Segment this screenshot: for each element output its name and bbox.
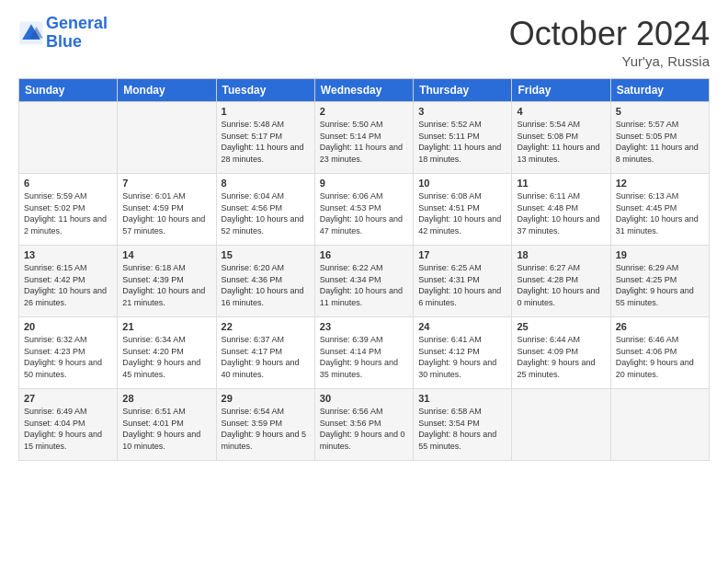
day-cell: 28Sunrise: 6:51 AM Sunset: 4:01 PM Dayli…: [118, 389, 216, 461]
day-cell: 22Sunrise: 6:37 AM Sunset: 4:17 PM Dayli…: [216, 317, 314, 389]
day-cell: 24Sunrise: 6:41 AM Sunset: 4:12 PM Dayli…: [414, 317, 512, 389]
day-info: Sunrise: 6:27 AM Sunset: 4:28 PM Dayligh…: [517, 262, 605, 308]
day-number: 30: [320, 393, 408, 404]
day-cell: 1Sunrise: 5:48 AM Sunset: 5:17 PM Daylig…: [216, 102, 314, 174]
week-row-1: 1Sunrise: 5:48 AM Sunset: 5:17 PM Daylig…: [19, 102, 710, 174]
day-info: Sunrise: 6:04 AM Sunset: 4:56 PM Dayligh…: [222, 190, 310, 236]
day-info: Sunrise: 6:56 AM Sunset: 3:56 PM Dayligh…: [320, 406, 408, 452]
col-thursday: Thursday: [414, 79, 512, 102]
day-cell: 20Sunrise: 6:32 AM Sunset: 4:23 PM Dayli…: [19, 317, 118, 389]
logo: General Blue: [18, 15, 108, 52]
day-cell: 14Sunrise: 6:18 AM Sunset: 4:39 PM Dayli…: [118, 246, 216, 317]
day-info: Sunrise: 6:06 AM Sunset: 4:53 PM Dayligh…: [320, 190, 408, 236]
day-info: Sunrise: 5:59 AM Sunset: 5:02 PM Dayligh…: [24, 190, 112, 236]
day-number: 21: [122, 321, 210, 332]
day-number: 5: [616, 106, 704, 117]
day-number: 20: [24, 321, 112, 332]
day-info: Sunrise: 5:48 AM Sunset: 5:17 PM Dayligh…: [222, 119, 310, 165]
day-number: 14: [122, 249, 210, 260]
day-info: Sunrise: 6:58 AM Sunset: 3:54 PM Dayligh…: [418, 406, 506, 452]
day-cell: 15Sunrise: 6:20 AM Sunset: 4:36 PM Dayli…: [216, 246, 314, 317]
day-number: 6: [24, 178, 112, 189]
day-number: 17: [418, 249, 506, 260]
day-number: 9: [320, 178, 408, 189]
day-cell: 17Sunrise: 6:25 AM Sunset: 4:31 PM Dayli…: [414, 246, 512, 317]
day-number: 22: [222, 321, 310, 332]
day-number: 7: [122, 178, 210, 189]
day-cell: 31Sunrise: 6:58 AM Sunset: 3:54 PM Dayli…: [414, 389, 512, 461]
day-info: Sunrise: 6:08 AM Sunset: 4:51 PM Dayligh…: [418, 190, 506, 236]
logo-text: General Blue: [46, 15, 108, 52]
col-saturday: Saturday: [610, 79, 709, 102]
col-friday: Friday: [512, 79, 610, 102]
day-cell: 8Sunrise: 6:04 AM Sunset: 4:56 PM Daylig…: [216, 174, 314, 246]
day-number: 2: [320, 106, 408, 117]
day-info: Sunrise: 6:46 AM Sunset: 4:06 PM Dayligh…: [616, 334, 704, 380]
day-info: Sunrise: 6:15 AM Sunset: 4:42 PM Dayligh…: [24, 262, 112, 308]
day-cell: 5Sunrise: 5:57 AM Sunset: 5:05 PM Daylig…: [610, 102, 709, 174]
day-info: Sunrise: 6:25 AM Sunset: 4:31 PM Dayligh…: [418, 262, 506, 308]
day-cell: 10Sunrise: 6:08 AM Sunset: 4:51 PM Dayli…: [414, 174, 512, 246]
day-info: Sunrise: 6:34 AM Sunset: 4:20 PM Dayligh…: [122, 334, 210, 380]
calendar-table: Sunday Monday Tuesday Wednesday Thursday…: [18, 78, 710, 461]
day-info: Sunrise: 6:22 AM Sunset: 4:34 PM Dayligh…: [320, 262, 408, 308]
day-number: 24: [418, 321, 506, 332]
day-cell: 29Sunrise: 6:54 AM Sunset: 3:59 PM Dayli…: [216, 389, 314, 461]
day-number: 1: [222, 106, 310, 117]
week-row-2: 6Sunrise: 5:59 AM Sunset: 5:02 PM Daylig…: [19, 174, 710, 246]
day-number: 4: [517, 106, 605, 117]
day-cell: 25Sunrise: 6:44 AM Sunset: 4:09 PM Dayli…: [512, 317, 610, 389]
day-cell: 30Sunrise: 6:56 AM Sunset: 3:56 PM Dayli…: [314, 389, 413, 461]
day-number: 23: [320, 321, 408, 332]
day-number: 29: [222, 393, 310, 404]
col-tuesday: Tuesday: [216, 79, 314, 102]
day-info: Sunrise: 5:54 AM Sunset: 5:08 PM Dayligh…: [517, 119, 605, 165]
day-number: 31: [418, 393, 506, 404]
day-cell: [118, 102, 216, 174]
day-info: Sunrise: 6:18 AM Sunset: 4:39 PM Dayligh…: [122, 262, 210, 308]
day-number: 12: [616, 178, 704, 189]
day-info: Sunrise: 6:13 AM Sunset: 4:45 PM Dayligh…: [616, 190, 704, 236]
day-number: 15: [222, 249, 310, 260]
day-cell: 26Sunrise: 6:46 AM Sunset: 4:06 PM Dayli…: [610, 317, 709, 389]
day-cell: 9Sunrise: 6:06 AM Sunset: 4:53 PM Daylig…: [314, 174, 413, 246]
location: Yur'ya, Russia: [509, 53, 710, 69]
day-cell: 27Sunrise: 6:49 AM Sunset: 4:04 PM Dayli…: [19, 389, 118, 461]
day-cell: 18Sunrise: 6:27 AM Sunset: 4:28 PM Dayli…: [512, 246, 610, 317]
day-cell: 4Sunrise: 5:54 AM Sunset: 5:08 PM Daylig…: [512, 102, 610, 174]
header: General Blue October 2024 Yur'ya, Russia: [18, 15, 710, 69]
day-number: 10: [418, 178, 506, 189]
day-cell: [19, 102, 118, 174]
day-cell: 2Sunrise: 5:50 AM Sunset: 5:14 PM Daylig…: [314, 102, 413, 174]
col-wednesday: Wednesday: [314, 79, 413, 102]
day-number: 19: [616, 249, 704, 260]
month-title: October 2024: [509, 15, 710, 53]
day-info: Sunrise: 6:44 AM Sunset: 4:09 PM Dayligh…: [517, 334, 605, 380]
day-number: 3: [418, 106, 506, 117]
day-cell: 13Sunrise: 6:15 AM Sunset: 4:42 PM Dayli…: [19, 246, 118, 317]
col-sunday: Sunday: [19, 79, 118, 102]
day-cell: [610, 389, 709, 461]
day-cell: 11Sunrise: 6:11 AM Sunset: 4:48 PM Dayli…: [512, 174, 610, 246]
day-info: Sunrise: 6:41 AM Sunset: 4:12 PM Dayligh…: [418, 334, 506, 380]
day-number: 28: [122, 393, 210, 404]
day-cell: 12Sunrise: 6:13 AM Sunset: 4:45 PM Dayli…: [610, 174, 709, 246]
day-number: 16: [320, 249, 408, 260]
day-info: Sunrise: 6:29 AM Sunset: 4:25 PM Dayligh…: [616, 262, 704, 308]
day-info: Sunrise: 6:39 AM Sunset: 4:14 PM Dayligh…: [320, 334, 408, 380]
day-info: Sunrise: 5:50 AM Sunset: 5:14 PM Dayligh…: [320, 119, 408, 165]
day-cell: 6Sunrise: 5:59 AM Sunset: 5:02 PM Daylig…: [19, 174, 118, 246]
day-info: Sunrise: 6:37 AM Sunset: 4:17 PM Dayligh…: [222, 334, 310, 380]
day-info: Sunrise: 5:57 AM Sunset: 5:05 PM Dayligh…: [616, 119, 704, 165]
day-info: Sunrise: 6:32 AM Sunset: 4:23 PM Dayligh…: [24, 334, 112, 380]
day-cell: [512, 389, 610, 461]
logo-icon: [18, 20, 44, 46]
week-row-5: 27Sunrise: 6:49 AM Sunset: 4:04 PM Dayli…: [19, 389, 710, 461]
week-row-3: 13Sunrise: 6:15 AM Sunset: 4:42 PM Dayli…: [19, 246, 710, 317]
col-monday: Monday: [118, 79, 216, 102]
day-info: Sunrise: 6:20 AM Sunset: 4:36 PM Dayligh…: [222, 262, 310, 308]
day-number: 18: [517, 249, 605, 260]
day-number: 8: [222, 178, 310, 189]
day-cell: 3Sunrise: 5:52 AM Sunset: 5:11 PM Daylig…: [414, 102, 512, 174]
day-number: 26: [616, 321, 704, 332]
